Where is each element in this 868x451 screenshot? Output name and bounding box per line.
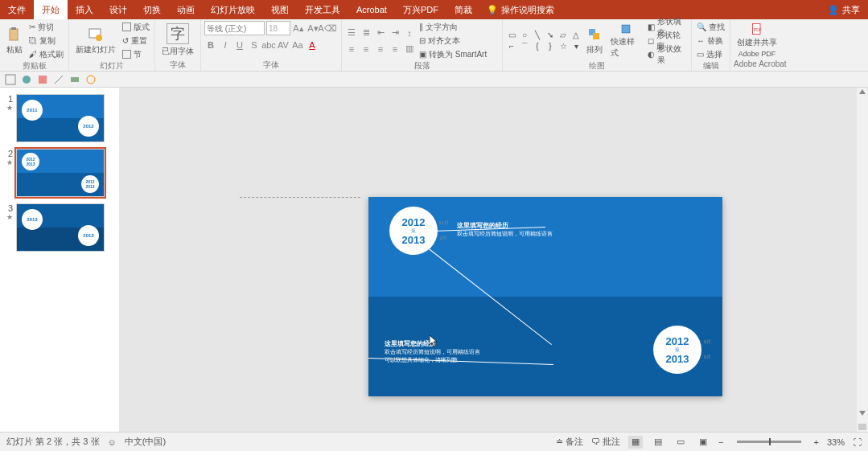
thumbnail-1[interactable]: 2011 2012	[16, 94, 105, 142]
current-slide[interactable]: 2012 11月 至 2013 2月 2012 9月 至 2013 6月 这里填…	[368, 197, 722, 396]
zoom-in-button[interactable]: +	[814, 437, 819, 447]
align-text-button[interactable]: ⊟对齐文本	[418, 35, 488, 47]
font-color-button[interactable]: A	[306, 39, 319, 51]
tab-file[interactable]: 文件	[0, 0, 34, 19]
tab-home[interactable]: 开始	[34, 0, 68, 19]
tab-wanxing[interactable]: 万兴PDF	[395, 0, 446, 19]
find-button[interactable]: 🔍查找	[695, 21, 726, 33]
shape-more-icon[interactable]: ▾	[570, 42, 582, 51]
select-button[interactable]: ▭选择	[695, 48, 726, 60]
shape-tri-icon[interactable]: △	[570, 31, 582, 40]
clear-format-button[interactable]: A⌫	[321, 22, 334, 35]
tab-transition[interactable]: 切换	[135, 0, 169, 19]
scroll-up-icon[interactable]	[859, 89, 866, 94]
thumbnail-3[interactable]: 2013 2013	[16, 203, 105, 252]
notes-button[interactable]: ≐ 备注	[556, 436, 583, 448]
bullets-button[interactable]: ☰	[345, 27, 358, 39]
shape-line-icon[interactable]: ╲	[532, 31, 543, 40]
slideshow-view-button[interactable]: ▣	[696, 436, 710, 449]
fit-window-button[interactable]: ⛶	[853, 437, 862, 447]
align-right-button[interactable]: ≡	[374, 43, 387, 55]
scroll-down-icon[interactable]	[859, 411, 866, 416]
shape-rect2-icon[interactable]: ▱	[557, 31, 569, 40]
layout-button[interactable]: 版式	[121, 21, 151, 33]
thumbnail-row-2[interactable]: 2★ 20122013 20122013	[0, 149, 119, 197]
strike-button[interactable]: S	[248, 39, 261, 51]
tab-slideshow[interactable]: 幻灯片放映	[203, 0, 263, 19]
share-button[interactable]: 👤 共享	[828, 4, 860, 16]
paste-button[interactable]: 粘贴	[3, 22, 26, 60]
line-spacing-button[interactable]: ↕	[403, 27, 416, 39]
qat-icon-2[interactable]	[21, 74, 32, 85]
qat-icon-3[interactable]	[37, 74, 48, 85]
align-left-button[interactable]: ≡	[345, 43, 358, 55]
vertical-scrollbar[interactable]	[857, 88, 868, 432]
highlight-button[interactable]: Aa	[291, 39, 304, 51]
shape-brace2-icon[interactable]: }	[545, 42, 556, 51]
arrange-button[interactable]: 排列	[583, 22, 606, 60]
font-size-select[interactable]	[266, 21, 290, 35]
sorter-view-button[interactable]: ▤	[651, 436, 665, 449]
shape-effects-button[interactable]: ◐形状效果	[646, 48, 689, 60]
spacing-button[interactable]: AV	[277, 39, 290, 51]
qat-icon-6[interactable]	[85, 74, 97, 85]
reset-button[interactable]: ↺重置	[121, 35, 151, 47]
thumbnail-row-3[interactable]: 3★ 2013 2013	[0, 203, 119, 252]
brush-icon: 🖌	[29, 50, 37, 59]
copy-button[interactable]: ⿻复制	[27, 35, 65, 47]
qat-icon-4[interactable]	[53, 74, 64, 85]
shape-oval-icon[interactable]: ○	[519, 31, 530, 40]
tab-developer[interactable]: 开发工具	[297, 0, 348, 19]
format-painter-button[interactable]: 🖌格式刷	[27, 48, 65, 60]
zoom-slider[interactable]	[737, 441, 801, 443]
smartart-button[interactable]: ▣转换为 SmartArt	[418, 48, 488, 60]
shadow-button[interactable]: abc	[262, 39, 275, 51]
shape-rect-icon[interactable]: ▭	[506, 31, 517, 40]
numbering-button[interactable]: ≣	[360, 27, 372, 39]
reading-view-button[interactable]: ▭	[673, 436, 688, 449]
tab-acrobat[interactable]: Acrobat	[348, 0, 395, 19]
shape-arrow-icon[interactable]: ➘	[545, 31, 556, 40]
tab-animation[interactable]: 动画	[169, 0, 203, 19]
text-direction-button[interactable]: ‖文字方向	[418, 21, 488, 33]
qat-icon-5[interactable]	[69, 74, 80, 85]
tell-me-search[interactable]: 💡 操作说明搜索	[487, 4, 554, 16]
justify-button[interactable]: ≡	[389, 43, 401, 55]
thumbnail-row-1[interactable]: 1★ 2011 2012	[0, 94, 119, 142]
indent-dec-button[interactable]: ⇤	[374, 27, 387, 39]
tab-jiancai[interactable]: 简裁	[446, 0, 480, 19]
indent-inc-button[interactable]: ⇥	[389, 27, 401, 39]
defaultfont-button[interactable]: 字 已用字体	[158, 21, 197, 59]
new-slide-button[interactable]: 新建幻灯片	[72, 22, 119, 60]
align-center-button[interactable]: ≡	[360, 43, 372, 55]
zoom-out-button[interactable]: −	[718, 437, 723, 447]
bold-button[interactable]: B	[204, 39, 217, 51]
italic-button[interactable]: I	[219, 39, 232, 51]
shape-star-icon[interactable]: ☆	[557, 42, 569, 51]
quick-styles-button[interactable]: 快速样式	[607, 22, 644, 60]
tab-view[interactable]: 视图	[263, 0, 297, 19]
language-indicator[interactable]: 中文(中国)	[125, 436, 166, 448]
cut-button[interactable]: ✂剪切	[27, 21, 65, 33]
accessibility-icon[interactable]: ☺	[108, 437, 117, 447]
qat-icon-1[interactable]	[5, 74, 16, 85]
increase-font-button[interactable]: A▴	[292, 22, 305, 35]
section-button[interactable]: 节	[121, 48, 151, 60]
font-family-select[interactable]	[204, 21, 265, 35]
zoom-level[interactable]: 33%	[827, 437, 845, 447]
shape-curve-icon[interactable]: ⌒	[519, 42, 530, 51]
shape-brace-icon[interactable]: {	[532, 42, 543, 51]
tab-design[interactable]: 设计	[101, 0, 135, 19]
create-pdf-button[interactable]: PDF 创建并共享 Adobe PDF	[734, 21, 780, 59]
tab-insert[interactable]: 插入	[68, 0, 101, 19]
replace-button[interactable]: ↔替换	[695, 35, 726, 47]
slide-canvas[interactable]: 2012 11月 至 2013 2月 2012 9月 至 2013 6月 这里填…	[119, 88, 868, 432]
underline-button[interactable]: U	[233, 39, 246, 51]
thumbnail-2[interactable]: 20122013 20122013	[16, 149, 105, 197]
normal-view-button[interactable]: ▦	[628, 436, 643, 449]
shape-conn-icon[interactable]: ⌐	[506, 42, 517, 51]
scroll-end-icon[interactable]	[858, 424, 866, 430]
columns-button[interactable]: ▥	[403, 43, 416, 55]
shapes-gallery[interactable]: ▭○╲➘▱△ ⌐⌒{}☆▾	[506, 31, 582, 51]
comments-button[interactable]: 🗨 批注	[591, 436, 620, 448]
